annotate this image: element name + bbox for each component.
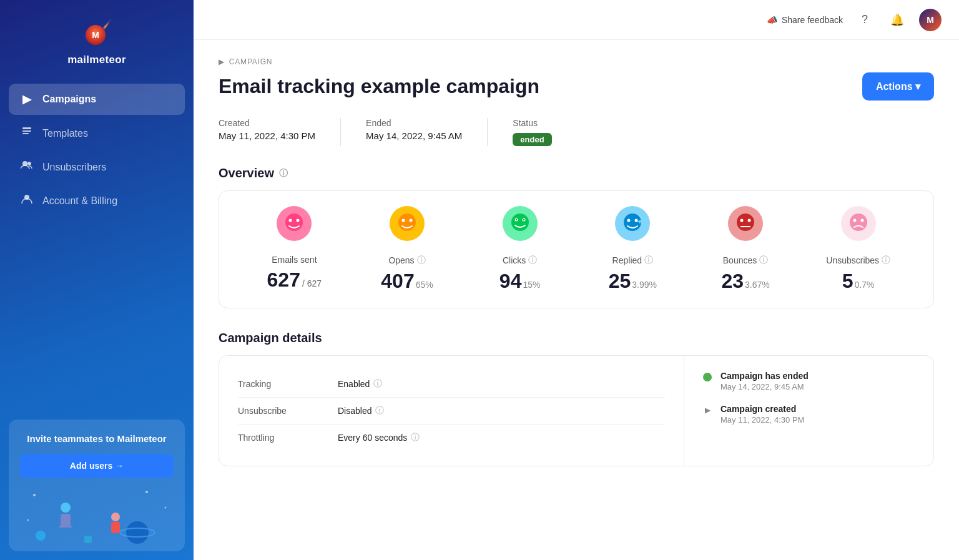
actions-button[interactable]: Actions ▾	[862, 72, 934, 101]
svg-point-10	[145, 491, 148, 493]
timeline-item-created: ▶ Campaign created May 11, 2022, 4:30 PM	[703, 404, 915, 425]
logo-text: mailmeteor	[67, 54, 126, 66]
svg-point-42	[748, 219, 751, 222]
details-section-title: Campaign details	[219, 331, 934, 345]
created-meta: Created May 11, 2022, 4:30 PM	[219, 118, 341, 146]
tracking-info-icon[interactable]: ⓘ	[373, 378, 382, 390]
stat-unsubscribes: Unsubscribes ⓘ 50.7%	[802, 206, 915, 293]
svg-point-19	[36, 531, 46, 541]
ended-meta: Ended May 14, 2022, 9:45 AM	[366, 118, 488, 146]
sidebar-unsubscribers-label: Unsubscribers	[42, 162, 106, 173]
overview-info-icon[interactable]: ⓘ	[279, 168, 288, 179]
svg-point-15	[61, 503, 71, 513]
svg-point-33	[516, 219, 517, 220]
emails-sent-emoji	[277, 206, 312, 246]
help-icon: ?	[862, 13, 868, 26]
svg-point-45	[850, 214, 867, 231]
replied-info-icon[interactable]: ⓘ	[644, 255, 653, 266]
unsubscribes-label: Unsubscribes ⓘ	[826, 255, 890, 266]
clicks-info-icon[interactable]: ⓘ	[528, 255, 537, 266]
throttling-key: Throttling	[238, 433, 325, 443]
unsubscribe-info-icon[interactable]: ⓘ	[375, 405, 384, 416]
breadcrumb-icon: ▶	[219, 57, 225, 66]
opens-info-icon[interactable]: ⓘ	[417, 255, 426, 266]
svg-point-41	[740, 219, 744, 222]
svg-text:M: M	[92, 30, 99, 40]
logo-icon: M	[81, 17, 113, 50]
svg-point-12	[27, 519, 29, 521]
timeline-content-created: Campaign created May 11, 2022, 4:30 PM	[720, 404, 804, 425]
emails-sent-label: Emails sent	[272, 255, 317, 265]
svg-rect-4	[22, 130, 31, 132]
sidebar-item-account[interactable]: Account & Billing	[9, 185, 185, 217]
stat-emails-sent: Emails sent 627/ 627	[238, 206, 351, 292]
sidebar-item-templates[interactable]: Templates	[9, 117, 185, 149]
svg-point-38	[635, 219, 638, 222]
svg-point-7	[27, 162, 31, 165]
stat-opens: Opens ⓘ 40765%	[351, 206, 464, 293]
svg-point-47	[860, 219, 863, 222]
bounces-label: Bounces ⓘ	[723, 255, 768, 266]
breadcrumb: ▶ CAMPAIGN	[219, 57, 934, 66]
svg-point-46	[853, 219, 856, 222]
stat-replied: Replied ⓘ 253.99%	[576, 206, 689, 293]
tracking-val: Enabled ⓘ	[338, 378, 382, 390]
notifications-button[interactable]: 🔔	[887, 9, 908, 31]
avatar[interactable]: M	[919, 9, 942, 31]
unsubscribe-row: Unsubscribe Disabled ⓘ	[238, 398, 665, 425]
created-label: Created	[219, 118, 315, 128]
unsubscribes-info-icon[interactable]: ⓘ	[882, 255, 890, 266]
sidebar-nav: ▶ Campaigns Templates Unsubscribers Acco…	[0, 77, 194, 411]
ended-label: Ended	[366, 118, 462, 128]
throttling-row: Throttling Every 60 seconds ⓘ	[238, 425, 665, 451]
svg-point-37	[627, 219, 631, 222]
svg-point-24	[297, 219, 300, 222]
sidebar-item-campaigns[interactable]: ▶ Campaigns	[9, 84, 185, 115]
timeline-dot-created: ▶	[703, 406, 712, 415]
details-right: Campaign has ended May 14, 2022, 9:45 AM…	[684, 356, 933, 466]
svg-point-28	[410, 219, 413, 222]
timeline-content-ended: Campaign has ended May 14, 2022, 9:45 AM	[720, 371, 809, 391]
opens-label: Opens ⓘ	[388, 255, 425, 266]
replied-emoji	[615, 206, 650, 246]
templates-icon	[20, 126, 34, 140]
share-feedback-button[interactable]: 📣 Share feedback	[767, 15, 843, 25]
svg-rect-5	[22, 133, 29, 134]
throttling-info-icon[interactable]: ⓘ	[411, 432, 420, 443]
sidebar-item-unsubscribers[interactable]: Unsubscribers	[9, 152, 185, 182]
meta-row: Created May 11, 2022, 4:30 PM Ended May …	[219, 118, 934, 146]
svg-rect-18	[111, 522, 120, 533]
timeline-date-created: May 11, 2022, 4:30 PM	[720, 415, 804, 425]
opens-value: 40765%	[381, 270, 433, 293]
tracking-key: Tracking	[238, 379, 325, 389]
unsubscribers-icon	[20, 160, 34, 174]
invite-title: Invite teammates to Mailmeteor	[20, 432, 174, 445]
timeline-title-created: Campaign created	[720, 404, 804, 414]
sidebar-account-label: Account & Billing	[42, 195, 117, 207]
avatar-initials: M	[927, 15, 934, 25]
share-feedback-label: Share feedback	[782, 15, 843, 25]
campaigns-icon: ▶	[20, 92, 34, 106]
invite-illustration	[20, 483, 174, 551]
unsubscribes-value: 50.7%	[842, 270, 875, 293]
replied-label: Replied ⓘ	[612, 255, 653, 266]
bounces-info-icon[interactable]: ⓘ	[759, 255, 768, 266]
opens-emoji	[390, 206, 425, 246]
sidebar: M mailmeteor ▶ Campaigns Templates Unsub…	[0, 0, 194, 560]
ended-value: May 14, 2022, 9:45 AM	[366, 130, 462, 141]
svg-point-17	[111, 513, 120, 521]
sidebar-invite-section: Invite teammates to Mailmeteor Add users…	[9, 420, 185, 551]
overview-card: Emails sent 627/ 627 Opens ⓘ 40765%	[219, 190, 934, 308]
unsubscribe-val: Disabled ⓘ	[338, 405, 384, 416]
clicks-value: 9415%	[499, 270, 541, 293]
bell-icon: 🔔	[890, 13, 904, 27]
bounces-value: 233.67%	[721, 270, 769, 293]
overview-section-title: Overview ⓘ	[219, 166, 934, 180]
illustration-svg	[22, 483, 172, 551]
emails-sent-value: 627/ 627	[267, 268, 322, 292]
clicks-emoji	[503, 206, 538, 246]
help-button[interactable]: ?	[854, 9, 875, 31]
bounces-emoji	[728, 206, 763, 246]
svg-point-23	[289, 219, 292, 222]
add-users-button[interactable]: Add users →	[20, 454, 174, 478]
